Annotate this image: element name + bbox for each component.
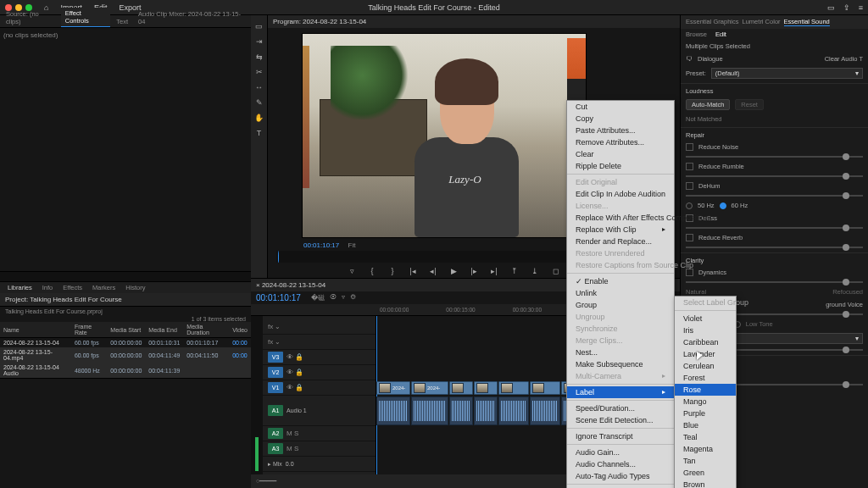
clear-audiotype-button[interactable]: Clear Audio T (825, 55, 863, 63)
menu-item[interactable]: Green (675, 467, 736, 479)
menu-item[interactable]: Lavender (675, 348, 736, 360)
menu-item[interactable]: Tan (675, 455, 736, 467)
menu-item[interactable]: Nest... (567, 347, 674, 358)
menu-item[interactable]: Caribbean (675, 336, 736, 348)
mark-out-icon[interactable]: } (387, 266, 398, 276)
menu-item[interactable]: Paste Attributes... (567, 125, 674, 136)
dehum-slider[interactable] (686, 195, 863, 197)
reset-button[interactable]: Reset (735, 99, 764, 110)
quick-export-icon[interactable]: ▭ (827, 3, 835, 12)
es-audiotype[interactable]: 🗨 Dialogue Clear Audio T (681, 53, 868, 65)
menu-item[interactable]: Purple (675, 408, 736, 419)
right-tabs[interactable]: Essential Graphics Lumetri Color Essenti… (681, 15, 868, 29)
menu-item[interactable]: Replace With Clip▸ (567, 224, 674, 236)
menu-item[interactable]: Mango (675, 396, 736, 408)
menu-item[interactable]: Magenta (675, 443, 736, 455)
menu-item[interactable]: Ripple Delete (567, 160, 674, 172)
tools-toolbar[interactable]: ▭ ⇥ ⇆ ✂ ↔ ✎ ✋ T (251, 15, 268, 278)
hand-tool-icon[interactable]: ✋ (253, 112, 265, 124)
menu-item[interactable]: Label▸ (567, 386, 674, 398)
type-tool-icon[interactable]: T (253, 127, 265, 139)
reduce-noise-slider[interactable] (686, 156, 863, 158)
table-row[interactable]: 2024-08-22 13-15-04 Audio 48000 Hz 00:00… (0, 363, 251, 378)
subtab-edit[interactable]: Edit (715, 30, 726, 38)
deess-slider[interactable] (686, 227, 863, 229)
linked-sel-icon[interactable]: ⦿ (330, 293, 337, 302)
mix-label[interactable]: Mix (273, 461, 282, 467)
track-header-pane[interactable]: fx ⌄ fx ⌄ V3👁 🔒 V2👁 🔒 V1👁 🔒 A1Audio 1 A2… (251, 316, 376, 474)
audio-clip[interactable] (376, 396, 410, 425)
go-to-in-icon[interactable]: |◂ (407, 266, 419, 276)
reduce-rumble-slider[interactable] (686, 175, 863, 177)
reduce-noise-checkbox[interactable] (686, 143, 693, 151)
selection-tool-icon[interactable]: ▭ (253, 20, 265, 32)
col-name[interactable]: Name (0, 322, 71, 338)
menu-item[interactable]: Remove Attributes... (567, 136, 674, 148)
cell[interactable]: 2024-08-22 13-15-04 Audio (0, 363, 71, 378)
track-a2[interactable]: A2 (268, 428, 283, 439)
tab-source[interactable]: Source: (no clips) (2, 8, 59, 27)
program-video[interactable]: Lazy-O (302, 33, 587, 238)
tab-history[interactable]: History (121, 283, 149, 292)
lower-left-tabs[interactable]: Libraries Info Effects Markers History (0, 281, 251, 293)
video-clip[interactable]: 2024-08-22 13-15-04.mp4 [V] (411, 381, 448, 395)
cell[interactable]: 2024-08-22 13-15-04.mp4 (0, 347, 71, 363)
settings-icon[interactable]: ⚙ (350, 293, 356, 302)
dynamics-checkbox[interactable] (686, 269, 693, 276)
tab-audio-mixer[interactable]: Audio Clip Mixer: 2024-08-22 13-15-04 (134, 8, 251, 27)
track-a1[interactable]: A1 (268, 405, 283, 416)
program-zoom[interactable]: Fit (348, 241, 356, 249)
section-repair[interactable]: Repair (681, 127, 868, 141)
ripple-tool-icon[interactable]: ⇆ (253, 51, 265, 63)
menu-item[interactable]: Speed/Duration... (567, 402, 674, 414)
menu-item[interactable]: Brown (675, 479, 736, 488)
menu-item[interactable]: Audio Gain... (567, 446, 674, 458)
audio-clip[interactable] (530, 396, 560, 425)
razor-tool-icon[interactable]: ✂ (253, 66, 265, 78)
menu-item[interactable]: Cerulean (675, 360, 736, 372)
menu-item[interactable]: Edit Clip In Adobe Audition (567, 188, 674, 200)
marker-icon[interactable]: ▿ (342, 293, 345, 302)
timeline-tc[interactable]: 00:01:10:17 (251, 291, 306, 304)
extract-icon[interactable]: ⤓ (529, 266, 541, 276)
menu-item[interactable]: Blue (675, 419, 736, 431)
menu-item[interactable]: Teal (675, 431, 736, 443)
program-tab[interactable]: Program: 2024-08-22 13-15-04 (268, 15, 680, 28)
tab-essential-graphics[interactable]: Essential Graphics (686, 18, 739, 26)
tab-markers[interactable]: Markers (88, 283, 120, 292)
clip-context-menu[interactable]: CutCopyPaste Attributes...Remove Attribu… (566, 100, 675, 488)
tab-effects[interactable]: Effects (58, 283, 86, 292)
video-clip[interactable] (530, 381, 560, 395)
project-empty-area[interactable] (0, 378, 251, 488)
col-frame-rate[interactable]: Frame Rate (71, 322, 107, 338)
menu-item[interactable]: Rose (675, 384, 736, 396)
menu-item[interactable]: Group (567, 299, 674, 311)
reduce-rumble-checkbox[interactable] (686, 163, 693, 170)
project-tab[interactable]: Project: Talking Heads Edit For Course (5, 296, 122, 303)
menu-item[interactable]: Copy (567, 113, 674, 125)
share-icon[interactable]: ⇪ (843, 3, 850, 12)
subtab-browse[interactable]: Browse (686, 30, 707, 38)
auto-match-button[interactable]: Auto-Match (686, 99, 730, 110)
col-video[interactable]: Video (229, 322, 251, 338)
audio-clip[interactable] (411, 396, 448, 425)
table-row[interactable]: 2024-08-22 13-15-04 60.00 fps 00:00:00:0… (0, 338, 251, 348)
menu-item[interactable]: Auto-Tag Audio Types (567, 470, 674, 482)
label-submenu[interactable]: Select Label GroupVioletIrisCaribbeanLav… (674, 296, 737, 488)
menu-item[interactable]: Scene Edit Detection... (567, 414, 674, 426)
track-select-tool-icon[interactable]: ⇥ (253, 36, 265, 47)
track-v2[interactable]: V2 (268, 367, 283, 378)
mix-value[interactable]: 0.0 (286, 461, 294, 467)
table-row[interactable]: 2024-08-22 13-15-04.mp4 60.00 fps 00:00:… (0, 347, 251, 363)
menu-item[interactable]: Violet (675, 313, 736, 324)
menu-item[interactable]: Clear (567, 148, 674, 160)
tab-libraries[interactable]: Libraries (3, 283, 36, 292)
source-tabs[interactable]: Source: (no clips) Effect Controls Text … (0, 15, 251, 28)
tab-lumetri[interactable]: Lumetri Color (743, 18, 781, 26)
pen-tool-icon[interactable]: ✎ (253, 97, 265, 108)
audio-clip[interactable] (449, 396, 473, 425)
section-loudness[interactable]: Loudness (681, 83, 868, 97)
video-clip[interactable]: 2024-08-22 13-15-04.mp4 [V] (376, 381, 410, 395)
hz60-radio[interactable] (720, 202, 726, 209)
step-back-icon[interactable]: ◂| (427, 266, 439, 276)
